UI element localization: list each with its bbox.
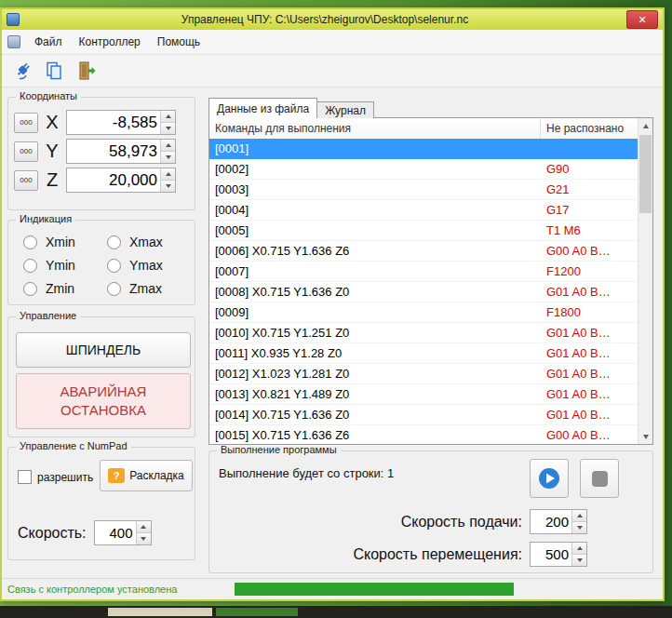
taskbar-item xyxy=(216,608,298,616)
table-row[interactable]: [0005]T1 M6 xyxy=(209,221,638,241)
numpad-enable-label: разрешить xyxy=(37,471,93,484)
title-bar[interactable]: Управленец ЧПУ: C:\Users\zheigurov\Deskt… xyxy=(2,9,663,30)
cell-unrecognized: G01 A0 B… xyxy=(541,384,638,404)
tab-file-data[interactable]: Данные из файла xyxy=(208,98,317,118)
y-coordinate-input[interactable] xyxy=(67,140,160,163)
table-row[interactable]: [0012] X1.023 Y1.281 Z0G01 A0 B… xyxy=(209,364,638,384)
radio-ymax[interactable]: Ymax xyxy=(107,258,187,273)
menu-item-help[interactable]: Помощь xyxy=(149,32,208,52)
scroll-up-icon[interactable] xyxy=(638,118,652,133)
stop-icon xyxy=(592,471,608,487)
open-file-button[interactable] xyxy=(39,57,69,85)
cell-unrecognized: F1200 xyxy=(541,262,638,281)
scrollbar-thumb[interactable] xyxy=(639,135,652,213)
spin-down-icon[interactable] xyxy=(137,533,151,544)
spin-up-icon[interactable] xyxy=(161,140,175,152)
column-header-unrecognized[interactable]: Не распознано xyxy=(541,118,638,139)
table-row[interactable]: [0003]G21 xyxy=(209,180,638,200)
x-coordinate-spinner xyxy=(66,110,176,135)
radio-zmax[interactable]: Zmax xyxy=(107,281,187,296)
radio-icon xyxy=(107,282,121,296)
axis-row-z: 000 Z xyxy=(8,164,195,193)
radio-ymin[interactable]: Ymin xyxy=(23,258,103,273)
cell-command: [0001] xyxy=(209,139,541,158)
cell-command: [0005] xyxy=(209,221,541,240)
spin-down-icon[interactable] xyxy=(161,152,175,163)
spin-down-icon[interactable] xyxy=(572,522,586,533)
spin-down-icon[interactable] xyxy=(572,555,586,566)
table-row[interactable]: [0007]F1200 xyxy=(209,262,638,282)
spin-up-icon[interactable] xyxy=(161,168,175,181)
exit-button[interactable] xyxy=(72,57,101,85)
spin-up-icon[interactable] xyxy=(137,521,151,533)
spin-down-icon[interactable] xyxy=(161,181,175,192)
control-group: Управление ШПИНДЕЛЬ АВАРИЙНАЯ ОСТАНОВКА xyxy=(7,316,195,437)
numpad-group: Управление с NumPad разрешить ? Раскладк… xyxy=(7,447,195,560)
feed-speed-label: Скорость подачи: xyxy=(401,514,522,531)
table-row[interactable]: [0008] X0.715 Y1.636 Z0G01 A0 B… xyxy=(209,282,638,302)
spin-up-icon[interactable] xyxy=(161,111,175,123)
cell-unrecognized: G17 xyxy=(541,200,638,220)
table-row[interactable]: [0002]G90 xyxy=(209,159,638,180)
zero-z-button[interactable]: 000 xyxy=(14,170,38,191)
spindle-button[interactable]: ШПИНДЕЛЬ xyxy=(16,332,191,368)
menu-item-controller[interactable]: Контроллер xyxy=(71,32,149,52)
feed-speed-row: Скорость подачи: xyxy=(401,509,587,534)
exit-door-icon xyxy=(76,60,97,81)
numpad-speed-row: Скорость: xyxy=(18,520,152,545)
radio-icon xyxy=(107,235,121,249)
table-row[interactable]: [0014] X0.715 Y1.636 Z0G01 A0 B… xyxy=(209,405,638,425)
execution-group-label: Выполнение программы xyxy=(217,444,341,455)
radio-icon xyxy=(23,259,37,273)
zero-x-button[interactable]: 000 xyxy=(14,113,38,133)
scroll-down-icon[interactable] xyxy=(638,429,652,444)
numpad-speed-input[interactable] xyxy=(95,521,136,544)
plug-icon xyxy=(11,60,32,81)
window-title: Управленец ЧПУ: C:\Users\zheigurov\Deskt… xyxy=(23,13,626,26)
table-row[interactable]: [0010] X0.715 Y1.251 Z0G01 A0 B… xyxy=(209,323,638,343)
checkbox-icon xyxy=(18,470,32,484)
radio-label: Xmin xyxy=(46,235,75,249)
vertical-scrollbar[interactable] xyxy=(638,118,652,444)
zero-y-button[interactable]: 000 xyxy=(14,141,38,162)
cell-unrecognized: G00 A0 B… xyxy=(541,241,638,261)
layout-button[interactable]: ? Раскладка xyxy=(100,460,193,491)
move-speed-label: Скорость перемещения: xyxy=(353,546,522,563)
radio-icon xyxy=(23,282,37,296)
feed-speed-spinner xyxy=(530,509,587,534)
coordinates-group-label: Координаты xyxy=(16,90,81,101)
feed-speed-input[interactable] xyxy=(531,510,571,533)
menu-grip-icon xyxy=(7,35,20,48)
tab-journal[interactable]: Журнал xyxy=(317,101,374,118)
emergency-stop-button[interactable]: АВАРИЙНАЯ ОСТАНОВКА xyxy=(16,373,191,429)
move-speed-input[interactable] xyxy=(531,543,571,566)
radio-xmin[interactable]: Xmin xyxy=(23,235,103,249)
table-row[interactable]: [0011] X0.935 Y1.28 Z0G01 A0 B… xyxy=(209,343,638,364)
numpad-enable-option[interactable]: разрешить xyxy=(18,470,93,484)
run-button[interactable] xyxy=(530,459,569,498)
numpad-speed-spinner xyxy=(94,520,152,545)
close-button[interactable]: ✕ xyxy=(626,10,658,29)
spin-up-icon[interactable] xyxy=(572,543,586,555)
table-row[interactable]: [0001] xyxy=(209,139,638,159)
radio-xmax[interactable]: Xmax xyxy=(107,235,187,249)
indication-group: Индикация Xmin Xmax Ymin Ymax xyxy=(7,220,195,305)
connect-button[interactable] xyxy=(7,57,36,85)
column-header-commands[interactable]: Команды для выполнения xyxy=(209,118,541,139)
table-row[interactable]: [0004]G17 xyxy=(209,200,638,221)
x-coordinate-input[interactable] xyxy=(67,111,160,134)
table-row[interactable]: [0015] X0.715 Y1.636 Z6G00 A0 B… xyxy=(209,425,638,444)
spin-up-icon[interactable] xyxy=(572,510,586,522)
table-header-row: Команды для выполнения Не распознано xyxy=(209,118,638,140)
table-row[interactable]: [0006] X0.715 Y1.636 Z6G00 A0 B… xyxy=(209,241,638,262)
stop-button[interactable] xyxy=(580,459,619,498)
taskbar-item xyxy=(108,608,212,616)
taskbar[interactable] xyxy=(0,606,672,618)
table-row[interactable]: [0013] X0.821 Y1.489 Z0G01 A0 B… xyxy=(209,384,638,405)
radio-label: Zmin xyxy=(46,281,74,296)
table-row[interactable]: [0009]F1800 xyxy=(209,302,638,323)
radio-zmin[interactable]: Zmin xyxy=(23,281,103,296)
z-coordinate-input[interactable] xyxy=(67,168,160,192)
spin-down-icon[interactable] xyxy=(161,123,175,134)
menu-item-file[interactable]: Файл xyxy=(26,32,71,52)
